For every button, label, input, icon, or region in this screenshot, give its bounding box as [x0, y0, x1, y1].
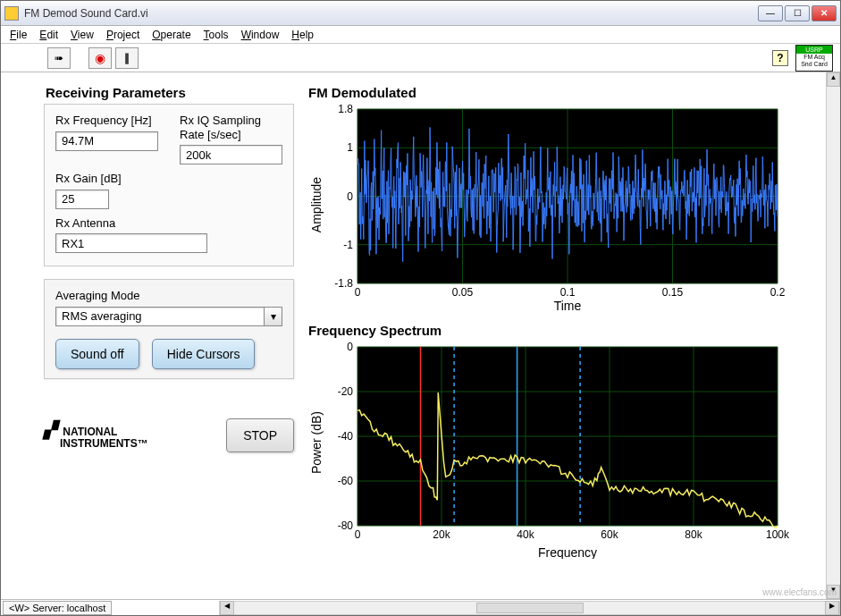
svg-text:20k: 20k: [433, 528, 450, 541]
ni-swoosh-icon: ▞: [44, 421, 56, 439]
receiving-parameters-heading: Receiving Parameters: [44, 85, 294, 100]
minimize-button[interactable]: —: [758, 5, 783, 21]
spectrum-chart-title: Frequency Spectrum: [308, 323, 812, 338]
svg-text:0: 0: [347, 341, 353, 353]
svg-text:1: 1: [347, 141, 353, 154]
menu-operate[interactable]: Operate: [152, 29, 190, 41]
menu-window[interactable]: Window: [241, 29, 280, 41]
svg-text:-1: -1: [343, 239, 353, 251]
badge-top-label: USRP: [796, 46, 832, 55]
rx-antenna-input[interactable]: [55, 233, 207, 253]
scroll-right-icon[interactable]: ▶: [825, 601, 839, 615]
abort-button[interactable]: ◉: [88, 47, 112, 69]
averaging-mode-select[interactable]: [55, 307, 265, 326]
svg-text:0.15: 0.15: [662, 286, 684, 299]
fm-demod-chart[interactable]: -1.8-1011.8 00.050.10.150.2 Amplitude Ti…: [308, 102, 791, 312]
front-panel: Receiving Parameters Rx Frequency [Hz] R…: [1, 72, 826, 599]
svg-text:0: 0: [347, 190, 353, 203]
window-title: FM Demod Sound Card.vi: [24, 7, 758, 20]
receiving-parameters-panel: Rx Frequency [Hz] Rx IQ Sampling Rate [s…: [44, 104, 294, 266]
menu-project[interactable]: Project: [106, 29, 139, 41]
close-button[interactable]: ✕: [812, 5, 837, 21]
svg-text:-20: -20: [338, 385, 354, 398]
fm-demod-ylabel: Amplitude: [309, 177, 324, 232]
svg-text:60k: 60k: [601, 528, 618, 541]
ni-logo: ▞ NATIONAL INSTRUMENTS™: [44, 422, 148, 449]
status-bar: <W> Server: localhost ◀ ▶: [1, 599, 840, 615]
svg-text:40k: 40k: [517, 528, 534, 541]
svg-text:-60: -60: [338, 475, 354, 487]
svg-text:0.2: 0.2: [770, 286, 786, 299]
rx-antenna-label: Rx Antenna: [55, 216, 282, 231]
scroll-up-icon[interactable]: ▲: [827, 72, 840, 87]
record-icon: ◉: [95, 51, 105, 65]
spectrum-xlabel: Frequency: [538, 545, 597, 559]
menu-view[interactable]: View: [71, 29, 94, 41]
svg-text:0: 0: [355, 286, 361, 299]
menu-help[interactable]: Help: [291, 29, 314, 41]
toolbar: ➠ ◉ ∥ ? USRP FM Acq Snd Card: [1, 44, 840, 72]
horizontal-scrollbar[interactable]: ◀ ▶: [219, 601, 840, 615]
rx-gain-label: Rx Gain [dB]: [55, 172, 158, 186]
svg-text:0.05: 0.05: [452, 286, 474, 299]
pause-button[interactable]: ∥: [115, 47, 139, 69]
server-status: <W> Server: localhost: [3, 601, 112, 615]
menu-tools[interactable]: Tools: [204, 29, 229, 41]
scroll-down-icon[interactable]: ▼: [827, 585, 840, 599]
help-icon: ?: [777, 52, 783, 64]
run-button[interactable]: ➠: [47, 47, 71, 69]
rx-frequency-label: Rx Frequency [Hz]: [55, 114, 158, 128]
menu-file[interactable]: File: [10, 29, 27, 41]
ni-logo-tm: ™: [138, 437, 148, 450]
svg-text:0: 0: [355, 528, 361, 541]
ni-logo-line2: INSTRUMENTS: [60, 437, 138, 450]
rx-gain-input[interactable]: [55, 190, 109, 209]
vertical-scrollbar[interactable]: ▲ ▼: [826, 72, 840, 599]
badge-line2: Snd Card: [796, 61, 832, 68]
svg-text:100k: 100k: [766, 528, 790, 541]
window-frame: FM Demod Sound Card.vi — ☐ ✕ File Edit V…: [0, 0, 841, 616]
hscroll-thumb[interactable]: [476, 603, 584, 613]
ni-logo-line1: NATIONAL: [63, 426, 117, 438]
svg-text:-80: -80: [338, 519, 354, 532]
averaging-panel: Averaging Mode ▾ Sound off Hide Cursors: [44, 279, 294, 379]
maximize-button[interactable]: ☐: [785, 5, 810, 21]
svg-text:1.8: 1.8: [338, 103, 353, 115]
badge-line1: FM Acq: [796, 54, 832, 61]
spectrum-chart[interactable]: -80-60-40-200 020k40k60k80k100k Power (d…: [308, 340, 791, 559]
context-help-button[interactable]: ?: [772, 50, 788, 66]
averaging-mode-label: Averaging Mode: [55, 289, 282, 303]
rx-iq-rate-input[interactable]: [180, 145, 282, 165]
chevron-down-icon: ▾: [271, 310, 276, 323]
fm-demod-xlabel: Time: [554, 299, 582, 312]
app-icon: [4, 6, 19, 21]
rx-iq-rate-label: Rx IQ Sampling Rate [s/sec]: [180, 114, 282, 141]
pause-icon: ∥: [124, 52, 130, 64]
hide-cursors-button[interactable]: Hide Cursors: [152, 339, 256, 369]
titlebar[interactable]: FM Demod Sound Card.vi — ☐ ✕: [1, 1, 840, 26]
averaging-mode-caret[interactable]: ▾: [265, 307, 282, 326]
rx-frequency-input[interactable]: [55, 131, 158, 151]
sound-off-button[interactable]: Sound off: [55, 339, 139, 369]
svg-text:-1.8: -1.8: [334, 277, 353, 290]
menu-edit[interactable]: Edit: [39, 29, 58, 41]
menu-bar: File Edit View Project Operate Tools Win…: [1, 26, 840, 44]
fm-demod-chart-title: FM Demodulated: [308, 85, 812, 100]
spectrum-ylabel: Power (dB): [309, 411, 324, 474]
run-arrow-icon: ➠: [55, 52, 63, 64]
svg-text:0.1: 0.1: [560, 286, 576, 299]
scroll-left-icon[interactable]: ◀: [220, 601, 234, 615]
svg-text:80k: 80k: [685, 528, 702, 541]
svg-text:-40: -40: [338, 430, 354, 443]
vi-icon-badge[interactable]: USRP FM Acq Snd Card: [795, 45, 833, 72]
stop-button[interactable]: STOP: [226, 418, 294, 452]
